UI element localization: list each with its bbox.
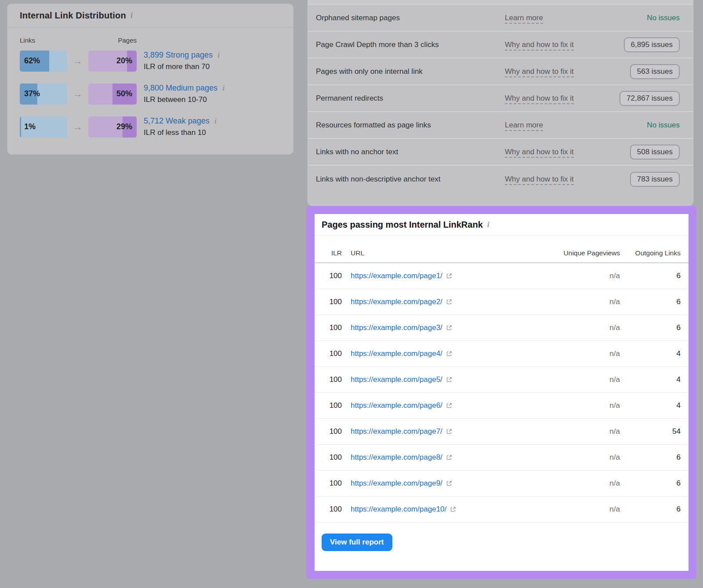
external-link-icon[interactable] [442, 375, 453, 384]
arrow-icon: → [67, 88, 88, 100]
why-how-to-fix-link[interactable]: Why and how to fix it [505, 148, 630, 156]
page-url-link[interactable]: https://example.com/page9/ [351, 479, 442, 487]
unique-pageviews-value: n/a [523, 272, 620, 280]
info-icon[interactable]: i [487, 220, 489, 229]
pages-column-label: Pages [88, 36, 137, 44]
table-header: ILR URL Unique Pageviews Outgoing Links [315, 236, 689, 263]
page-url-link[interactable]: https://example.com/page4/ [351, 349, 442, 358]
table-row: 100 https://example.com/page3/ n/a 6 [315, 315, 689, 341]
row-description: ILR of less than 10 [144, 127, 217, 138]
table-row: 100 https://example.com/page9/ n/a 6 [315, 471, 689, 497]
table-row: 100 https://example.com/page4/ n/a 4 [315, 341, 689, 367]
issue-name: Resources formatted as page links [316, 121, 505, 130]
issue-name: Links with non-descriptive anchor text [316, 175, 505, 184]
external-link-icon[interactable] [442, 349, 453, 358]
info-icon[interactable]: i [218, 51, 220, 59]
outgoing-links-value: 54 [620, 427, 681, 436]
ilr-value: 100 [322, 401, 342, 410]
purple-highlight-frame: Pages passing most Internal LinkRank i I… [307, 206, 696, 579]
table-row: 100 https://example.com/page5/ n/a 4 [315, 367, 689, 393]
issues-count-badge[interactable]: 72,867 issues [620, 91, 680, 106]
pages-bar: 29% [88, 116, 137, 138]
issues-count-badge[interactable]: 563 issues [630, 64, 680, 79]
distribution-row-strong: 62% → 20% 3,899 Strong pages i ILR of mo… [20, 49, 281, 73]
issue-name: Orphaned sitemap pages [316, 14, 505, 22]
page-url-link[interactable]: https://example.com/page3/ [351, 323, 442, 332]
internal-link-distribution-card: Internal Link Distribution i Links Pages… [7, 4, 294, 155]
arrow-icon: → [67, 121, 88, 133]
column-header-ilr: ILR [322, 249, 342, 257]
issue-row-no-anchor-text: Links with no anchor text Why and how to… [308, 139, 693, 166]
unique-pageviews-value: n/a [523, 479, 620, 488]
strong-pages-link[interactable]: 3,899 Strong pages [144, 51, 213, 59]
card-header: Internal Link Distribution i [7, 4, 293, 28]
issues-count-badge[interactable]: 508 issues [630, 145, 680, 160]
ilr-value: 100 [322, 375, 342, 384]
status-no-issues: No issues [647, 121, 680, 130]
page-url-link[interactable]: https://example.com/page6/ [351, 401, 442, 410]
ilr-value: 100 [322, 427, 342, 436]
unique-pageviews-value: n/a [523, 401, 620, 410]
weak-pages-link[interactable]: 5,712 Weak pages [144, 116, 210, 125]
info-icon[interactable]: i [214, 117, 216, 125]
outgoing-links-value: 4 [620, 375, 681, 384]
links-bar: 62% [20, 51, 67, 72]
column-labels: Links Pages [20, 36, 281, 44]
medium-pages-link[interactable]: 9,800 Medium pages [144, 83, 217, 92]
outgoing-links-value: 6 [620, 479, 681, 488]
table-row: 100 https://example.com/page2/ n/a 6 [315, 289, 689, 315]
column-header-url: URL [342, 249, 523, 257]
issues-list-card: Orphaned sitemap pages Learn more No iss… [308, 0, 693, 206]
issue-row-orphaned-sitemap-pages: Orphaned sitemap pages Learn more No iss… [308, 5, 693, 32]
issue-name: Permanent redirects [316, 94, 505, 103]
distribution-row-weak: 1% → 29% 5,712 Weak pages i ILR of less … [20, 115, 281, 138]
row-description: ILR of more than 70 [144, 61, 220, 73]
column-header-outgoing-links: Outgoing Links [620, 249, 681, 257]
page-url-link[interactable]: https://example.com/page2/ [351, 298, 442, 306]
links-bar: 37% [20, 83, 67, 105]
external-link-icon[interactable] [442, 427, 453, 436]
view-full-report-button[interactable]: View full report [322, 534, 392, 551]
arrow-icon: → [67, 55, 88, 67]
external-link-icon[interactable] [442, 479, 453, 487]
external-link-icon[interactable] [442, 298, 453, 306]
issue-row-permanent-redirects: Permanent redirects Why and how to fix i… [308, 85, 693, 112]
why-how-to-fix-link[interactable]: Why and how to fix it [505, 67, 630, 76]
why-how-to-fix-link[interactable]: Why and how to fix it [505, 40, 624, 49]
row-info: 9,800 Medium pages i ILR between 10-70 [144, 82, 225, 105]
outgoing-links-value: 6 [620, 453, 681, 462]
links-column-label: Links [20, 36, 67, 44]
page-url-link[interactable]: https://example.com/page5/ [351, 375, 442, 384]
issues-count-badge[interactable]: 783 issues [630, 172, 680, 187]
pages-percent: 50% [116, 83, 132, 105]
page-url-link[interactable]: https://example.com/page8/ [351, 453, 442, 461]
why-how-to-fix-link[interactable]: Why and how to fix it [505, 94, 620, 103]
issues-count-badge[interactable]: 6,895 issues [624, 37, 680, 52]
card-footer: View full report [315, 523, 689, 562]
info-icon[interactable]: i [130, 11, 133, 20]
unique-pageviews-value: n/a [523, 349, 620, 358]
learn-more-link[interactable]: Learn more [505, 14, 647, 22]
unique-pageviews-value: n/a [523, 453, 620, 462]
links-bar-fill [20, 116, 21, 138]
table-row: 100 https://example.com/page10/ n/a 6 [315, 497, 689, 523]
unique-pageviews-value: n/a [523, 427, 620, 436]
external-link-icon[interactable] [442, 453, 453, 461]
info-icon[interactable]: i [223, 84, 225, 92]
page-url-link[interactable]: https://example.com/page10/ [351, 505, 446, 513]
ilr-value: 100 [322, 479, 342, 488]
external-link-icon[interactable] [446, 505, 457, 513]
learn-more-link[interactable]: Learn more [505, 121, 647, 130]
issue-name: Links with no anchor text [316, 148, 505, 156]
issue-row-resources-as-page-links: Resources formatted as page links Learn … [308, 112, 693, 139]
external-link-icon[interactable] [442, 401, 453, 410]
external-link-icon[interactable] [442, 272, 453, 280]
unique-pageviews-value: n/a [523, 323, 620, 332]
table-row: 100 https://example.com/page8/ n/a 6 [315, 445, 689, 471]
page-url-link[interactable]: https://example.com/page7/ [351, 427, 442, 436]
unique-pageviews-value: n/a [523, 298, 620, 306]
why-how-to-fix-link[interactable]: Why and how to fix it [505, 175, 630, 184]
card-title: Pages passing most Internal LinkRank [322, 220, 483, 230]
external-link-icon[interactable] [442, 323, 453, 332]
page-url-link[interactable]: https://example.com/page1/ [351, 272, 442, 280]
